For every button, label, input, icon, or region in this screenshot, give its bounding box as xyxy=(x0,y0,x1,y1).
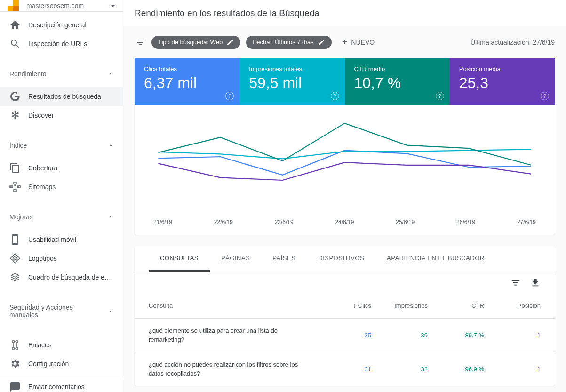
page-header: Rendimiento en los resultados de la Búsq… xyxy=(123,0,566,26)
nav-label: Logotipos xyxy=(28,255,57,262)
chevron-up-icon xyxy=(108,214,113,220)
nav-feedback[interactable]: Enviar comentarios xyxy=(0,377,123,392)
link-icon xyxy=(9,339,21,351)
nav-label: Configuración xyxy=(28,360,69,368)
nav-url-inspection[interactable]: Inspección de URLs xyxy=(0,34,123,53)
nav-search-results[interactable]: Resultados de búsqueda xyxy=(0,87,123,106)
edit-icon xyxy=(318,39,325,46)
analytics-logo-icon xyxy=(8,0,19,11)
nav-label: Discover xyxy=(28,112,54,119)
metric-impressions[interactable]: Impresiones totales 59,5 mil ? xyxy=(239,58,344,105)
nav-links[interactable]: Enlaces xyxy=(0,336,123,354)
col-ctr[interactable]: CTR xyxy=(428,302,484,309)
x-axis-labels: 21/6/1922/6/1923/6/1924/6/1925/6/1926/6/… xyxy=(149,219,541,225)
sitemap-icon xyxy=(9,181,21,192)
metric-position[interactable]: Posición media 25,3 ? xyxy=(450,58,555,105)
help-icon[interactable]: ? xyxy=(541,92,549,100)
tab-países[interactable]: PAÍSES xyxy=(261,246,307,272)
table-filter-icon[interactable] xyxy=(510,278,521,288)
asterisk-icon: ✻ xyxy=(9,110,21,121)
col-impressions[interactable]: Impresiones xyxy=(371,302,428,309)
sort-arrow-down-icon: ↓ xyxy=(353,302,356,309)
nav-label: Inspección de URLs xyxy=(28,40,87,48)
page-title: Rendimiento en los resultados de la Búsq… xyxy=(135,8,319,18)
tab-apariencia en el buscador[interactable]: APARIENCIA EN EL BUSCADOR xyxy=(375,246,496,272)
nav-label: Cobertura xyxy=(28,164,57,172)
plus-icon: + xyxy=(342,37,348,48)
layers-icon xyxy=(9,272,21,283)
help-icon[interactable]: ? xyxy=(331,92,339,100)
sidebar: masterseosem.com Descripción general Ins… xyxy=(0,0,123,392)
gear-icon xyxy=(9,358,21,369)
table-header-row: Consulta ↓Clics Impresiones CTR Posición xyxy=(135,294,555,318)
mobile-icon xyxy=(9,234,21,245)
comment-icon xyxy=(9,381,21,392)
download-icon[interactable] xyxy=(530,278,541,288)
nav-label: Descripción general xyxy=(28,21,87,29)
edit-icon xyxy=(226,39,234,46)
home-icon xyxy=(9,19,21,31)
nav-overview[interactable]: Descripción general xyxy=(0,16,123,34)
nav-label: Enlaces xyxy=(28,341,52,349)
site-selector[interactable]: masterseosem.com xyxy=(0,0,123,12)
filter-icon[interactable] xyxy=(135,37,146,48)
help-icon[interactable]: ? xyxy=(436,92,444,100)
tab-dispositivos[interactable]: DISPOSITIVOS xyxy=(307,246,375,272)
nav-searchbox-links[interactable]: Cuadro de búsqueda de enla… xyxy=(0,268,123,287)
performance-card: Clics totales 6,37 mil ? Impresiones tot… xyxy=(135,58,555,235)
nav-sitemaps[interactable]: Sitemaps xyxy=(0,177,123,196)
caret-down-icon xyxy=(111,5,115,7)
nav-settings[interactable]: Configuración xyxy=(0,354,123,373)
nav-discover[interactable]: ✻ Discover xyxy=(0,106,123,125)
search-icon xyxy=(9,38,21,49)
chevron-down-icon xyxy=(108,308,113,314)
col-query[interactable]: Consulta xyxy=(149,301,315,311)
chip-search-type[interactable]: Tipo de búsqueda: Web xyxy=(151,36,240,49)
chevron-up-icon xyxy=(108,143,113,148)
nav-label: Usabilidad móvil xyxy=(28,236,76,243)
nav-logos[interactable]: Logotipos xyxy=(0,249,123,268)
tab-consultas[interactable]: CONSULTAS xyxy=(149,246,210,272)
chip-date[interactable]: Fecha:: Últimos 7 días xyxy=(246,36,331,49)
nav-label: Sitemaps xyxy=(28,183,56,191)
table-tabs: CONSULTASPÁGINASPAÍSESDISPOSITIVOSAPARIE… xyxy=(135,246,555,272)
nav-label: Cuadro de búsqueda de enla… xyxy=(28,273,113,281)
site-name: masterseosem.com xyxy=(26,2,111,9)
nav-section-enhancements[interactable]: Mejoras xyxy=(0,208,123,226)
pages-icon xyxy=(9,162,21,174)
table-row[interactable]: ¿qué acción no puedes realizar con los f… xyxy=(135,352,555,386)
new-filter-button[interactable]: + NUEVO xyxy=(337,34,379,50)
nav-mobile-usability[interactable]: Usabilidad móvil xyxy=(0,230,123,249)
diamond-icon xyxy=(9,253,21,264)
nav-section-security[interactable]: Seguridad y Acciones manuales xyxy=(0,298,123,324)
col-clicks[interactable]: ↓Clics xyxy=(315,302,371,309)
metric-ctr[interactable]: CTR medio 10,7 % ? xyxy=(345,58,450,105)
metric-clicks[interactable]: Clics totales 6,37 mil ? xyxy=(135,58,239,105)
last-update-text: Última actualización: 27/6/19 xyxy=(470,39,555,46)
nav-label: Resultados de búsqueda xyxy=(28,93,101,100)
line-chart xyxy=(149,119,541,213)
help-icon[interactable]: ? xyxy=(225,92,234,100)
nav-section-index[interactable]: Índice xyxy=(0,136,123,155)
table-row[interactable]: ¿qué elemento se utiliza para crear una … xyxy=(135,318,555,352)
chart-area: 21/6/1922/6/1923/6/1924/6/1925/6/1926/6/… xyxy=(135,105,555,235)
toolbar: Tipo de búsqueda: Web Fecha:: Últimos 7 … xyxy=(123,26,566,58)
nav-section-performance[interactable]: Rendimiento xyxy=(0,64,123,83)
chevron-up-icon xyxy=(108,71,113,77)
tab-páginas[interactable]: PÁGINAS xyxy=(210,246,261,272)
col-position[interactable]: Posición xyxy=(484,302,541,309)
table-card: CONSULTASPÁGINASPAÍSESDISPOSITIVOSAPARIE… xyxy=(135,246,555,386)
google-g-icon xyxy=(9,91,21,102)
nav-label: Enviar comentarios xyxy=(28,383,85,391)
main-content: Rendimiento en los resultados de la Búsq… xyxy=(123,0,566,392)
nav-coverage[interactable]: Cobertura xyxy=(0,159,123,177)
